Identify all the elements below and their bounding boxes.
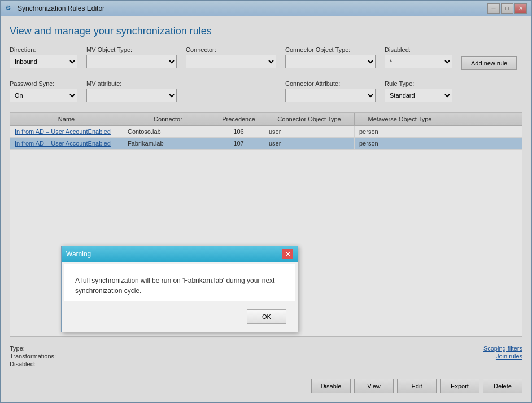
dialog-message: A full synchronization will be run on 'F… — [75, 275, 284, 296]
ok-button[interactable]: OK — [247, 309, 286, 324]
warning-dialog: Warning ✕ A full synchronization will be… — [61, 246, 298, 332]
dialog-title: Warning — [66, 250, 91, 258]
dialog-content-area: A full synchronization will be run on 'F… — [64, 264, 295, 301]
dialog-footer: OK — [62, 304, 298, 332]
dialog-close-button[interactable]: ✕ — [282, 249, 293, 259]
dialog-title-bar: Warning ✕ — [62, 246, 298, 262]
dialog-overlay: Warning ✕ A full synchronization will be… — [0, 0, 532, 403]
